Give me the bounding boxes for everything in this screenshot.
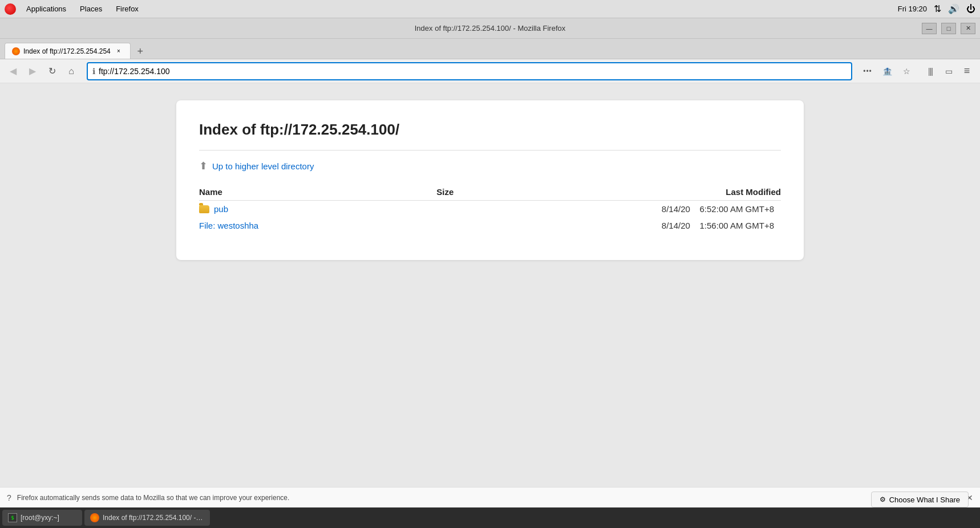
file-date: 8/14/20 1:56:00 AM GMT+8 (488, 217, 781, 234)
forward-button[interactable]: ▶ (24, 63, 41, 80)
window-controls: — □ ✕ (922, 23, 975, 34)
close-button[interactable]: ✕ (961, 23, 975, 34)
file-table: Name Size Last Modified pub8/14/20 6:52:… (199, 184, 781, 234)
taskbar-terminal[interactable]: $ [root@yxy:~] (2, 510, 82, 526)
maximize-button[interactable]: □ (941, 23, 956, 34)
ftp-card: Index of ftp://172.25.254.100/ ⬆ Up to h… (176, 100, 804, 260)
col-size-header: Size (362, 184, 488, 201)
network-icon[interactable]: ⇅ (934, 3, 941, 14)
terminal-icon: $ (8, 513, 17, 522)
table-row: File: westoshha8/14/20 1:56:00 AM GMT+8 (199, 217, 781, 234)
tab-close-button[interactable]: × (114, 47, 123, 56)
file-size (362, 217, 488, 234)
menu-button[interactable]: ≡ (958, 63, 975, 80)
file-time-value: 6:52:00 AM GMT+8 (700, 204, 774, 214)
file-link[interactable]: pub (199, 204, 355, 214)
menu-places[interactable]: Places (74, 3, 108, 14)
taskbar-terminal-label: [root@yxy:~] (21, 514, 59, 522)
status-bar: ? Firefox automatically sends some data … (0, 487, 980, 507)
window-title: Index of ftp://172.25.254.100/ - Mozilla… (415, 24, 565, 33)
file-name: File: westoshha (199, 221, 258, 230)
power-icon[interactable]: ⏻ (966, 4, 975, 14)
file-date-value: 8/14/20 (662, 204, 690, 214)
nav-bar-right: ••• 🏦 ☆ (859, 63, 915, 80)
menu-firefox[interactable]: Firefox (110, 3, 144, 14)
window-title-bar: Index of ftp://172.25.254.100/ - Mozilla… (0, 18, 980, 39)
clock: Fri 19:20 (898, 5, 927, 13)
status-info-icon: ? (7, 493, 11, 502)
ftp-divider (199, 150, 781, 151)
toolbar-right: ||| ▭ ≡ (922, 63, 975, 80)
menu-applications[interactable]: Applications (21, 3, 72, 14)
library-button[interactable]: ||| (922, 63, 939, 80)
app-icon (5, 3, 16, 15)
volume-icon[interactable]: 🔊 (948, 3, 959, 14)
taskbar-firefox[interactable]: Index of ftp://172.25.254.100/ - M... (84, 510, 210, 526)
nav-bar: ◀ ▶ ↻ ⌂ ℹ ••• 🏦 ☆ ||| ▭ ≡ (0, 59, 980, 83)
choose-share-button[interactable]: ⚙ Choose What I Share (871, 492, 969, 507)
table-header-row: Name Size Last Modified (199, 184, 781, 201)
new-tab-button[interactable]: + (133, 44, 148, 59)
col-name-header: Name (199, 184, 362, 201)
file-size (362, 201, 488, 218)
menu-bar: Applications Places Firefox Fri 19:20 ⇅ … (0, 0, 980, 18)
col-modified-header: Last Modified (488, 184, 781, 201)
tab-ftp[interactable]: Index of ftp://172.25.254.254 × (5, 43, 131, 59)
status-text: Firefox automatically sends some data to… (17, 494, 290, 502)
bookmark-button[interactable]: ☆ (898, 63, 915, 80)
more-button[interactable]: ••• (859, 63, 876, 80)
folder-icon (199, 205, 209, 213)
up-arrow-icon: ⬆ (199, 160, 208, 172)
tab-favicon-icon (12, 47, 20, 55)
file-name: pub (214, 204, 228, 214)
address-security-icon: ℹ (92, 67, 95, 76)
up-to-directory-link[interactable]: ⬆ Up to higher level directory (199, 160, 781, 172)
taskbar: $ [root@yxy:~] Index of ftp://172.25.254… (0, 507, 980, 528)
minimize-button[interactable]: — (922, 23, 937, 34)
tab-bar: Index of ftp://172.25.254.254 × + (0, 39, 980, 59)
firefox-icon (90, 513, 99, 522)
tab-label: Index of ftp://172.25.254.254 (23, 47, 111, 55)
back-button[interactable]: ◀ (5, 63, 22, 80)
ftp-title: Index of ftp://172.25.254.100/ (199, 121, 781, 139)
file-date-value: 8/14/20 (662, 221, 690, 230)
up-link-label: Up to higher level directory (212, 161, 314, 171)
address-input[interactable] (99, 67, 847, 76)
share-icon: ⚙ (880, 495, 886, 503)
file-date: 8/14/20 6:52:00 AM GMT+8 (488, 201, 781, 218)
main-content: Index of ftp://172.25.254.100/ ⬆ Up to h… (0, 83, 980, 487)
sidebar-button[interactable]: ▭ (940, 63, 957, 80)
file-time-value: 1:56:00 AM GMT+8 (700, 221, 774, 230)
taskbar-firefox-label: Index of ftp://172.25.254.100/ - M... (103, 514, 204, 522)
pocket-button[interactable]: 🏦 (878, 63, 896, 80)
menu-bar-right: Fri 19:20 ⇅ 🔊 ⏻ (898, 3, 975, 14)
home-button[interactable]: ⌂ (63, 63, 80, 80)
reload-button[interactable]: ↻ (43, 63, 60, 80)
address-bar[interactable]: ℹ (87, 62, 852, 80)
table-row: pub8/14/20 6:52:00 AM GMT+8 (199, 201, 781, 218)
share-button-label: Choose What I Share (889, 495, 960, 504)
file-link[interactable]: File: westoshha (199, 221, 355, 230)
